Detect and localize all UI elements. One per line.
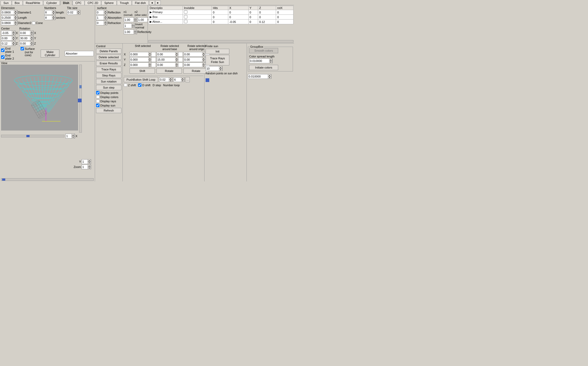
step-rays-btn[interactable]: Step Rays (96, 73, 121, 78)
cone-checkbox[interactable] (32, 21, 35, 25)
shift-z-input[interactable] (130, 63, 148, 67)
center-y-input[interactable] (1, 36, 12, 40)
delete-selected-btn[interactable]: Delete selected (96, 55, 121, 60)
x-scroll-up[interactable]: ▲ (72, 134, 75, 136)
shift-btn[interactable]: Shift (130, 68, 155, 74)
tab-dish[interactable]: Dish (60, 1, 72, 5)
rotation-z-input[interactable] (20, 41, 30, 46)
rotate-base-z-input[interactable] (157, 63, 175, 67)
y-down[interactable]: ▼ (88, 162, 91, 164)
rotate-base-y-input[interactable] (157, 57, 175, 62)
random-points-spinner[interactable]: ▲ ▼ (206, 66, 222, 71)
tab-next-btn[interactable]: ► (155, 1, 161, 5)
zoom-input[interactable] (82, 165, 88, 169)
rotation-x-up[interactable]: ▲ (30, 31, 33, 33)
smooth-colors-btn[interactable]: Smooth colors (249, 48, 278, 53)
diameter1-spinner[interactable]: ▲ ▼ (1, 10, 17, 15)
sectors-spinner[interactable]: ▲ ▼ (44, 15, 55, 20)
trace-rays-finite-sun-btn[interactable]: Trace Rays Finite Sun (206, 55, 229, 65)
loop-val1-input[interactable] (159, 78, 169, 82)
loop-val2-up[interactable]: ▲ (181, 77, 184, 80)
rotate-base-y-down[interactable]: ▼ (175, 60, 178, 62)
loop-value-spinner[interactable]: ▲ ▼ (248, 74, 271, 79)
rotate-base-z-spinner[interactable]: ▲ ▼ (157, 62, 183, 67)
display-colors-checkbox[interactable] (96, 95, 99, 99)
left-hscroll[interactable] (1, 178, 94, 181)
diameter2-down[interactable]: ▼ (14, 23, 17, 25)
rotate-base-btn[interactable]: Rotate (157, 68, 182, 74)
rotate-base-y-up[interactable]: ▲ (175, 57, 178, 60)
rotation-x-input[interactable] (20, 31, 30, 35)
length-spinner[interactable]: ▲ ▼ (1, 15, 17, 20)
diameter1-down[interactable]: ▼ (14, 12, 17, 15)
length-up[interactable]: ▲ (14, 15, 17, 18)
tab-sphere[interactable]: Sphere (101, 1, 116, 5)
shift-z-down[interactable]: ▼ (148, 65, 151, 67)
loop-val1-down[interactable]: ▼ (169, 80, 172, 82)
finite-sun-init-btn[interactable]: Init (206, 49, 229, 54)
random-points-up[interactable]: ▲ (219, 66, 222, 69)
rotate-origo-x-input[interactable] (184, 52, 202, 56)
rotate-base-z-up[interactable]: ▲ (175, 62, 178, 65)
loop-value-input[interactable] (248, 74, 268, 79)
invert-normal-down[interactable]: ▼ (131, 26, 135, 28)
d-shift-checkbox[interactable] (138, 83, 141, 87)
center-y-spinner[interactable]: ▲ ▼ (1, 36, 15, 41)
refraction-down[interactable]: ▼ (104, 23, 107, 25)
refresh-btn[interactable]: Refresh (96, 108, 121, 113)
left-hscroll-thumb[interactable] (2, 179, 5, 181)
tile-size-input[interactable] (67, 10, 77, 15)
length-num-down[interactable]: ▼ (52, 12, 55, 15)
view-vscroll-thumb[interactable] (79, 85, 82, 88)
table-row[interactable]: ▶ Box 0 0 0 0 0 (149, 15, 293, 20)
display-sun-checkbox[interactable] (96, 104, 99, 107)
zoom-down[interactable]: ▼ (88, 167, 91, 169)
x-scroll-down[interactable]: ▼ (72, 136, 75, 138)
y-spinner[interactable]: ▲ ▼ (82, 159, 91, 164)
rotation-y-input[interactable] (20, 36, 30, 40)
loop-val2-down[interactable]: ▼ (181, 80, 184, 82)
center-y-up[interactable]: ▲ (12, 36, 15, 38)
table-row[interactable]: ▶ Absor... 0 -0.05 0 0.12 0 (149, 20, 293, 24)
rotation-x-spinner[interactable]: ▲ ▼ (19, 31, 34, 35)
color-spread-spinner[interactable]: ▲ ▼ (249, 59, 273, 63)
sun-step-btn[interactable]: Sun step (96, 85, 121, 90)
reflection-down[interactable]: ▼ (104, 12, 107, 15)
invert-normal-spinner[interactable]: ▲ ▼ (124, 23, 135, 28)
pushbutton-shift-loop-btn[interactable]: PushButton Shift Loop (124, 77, 158, 82)
loop-value-up[interactable]: ▲ (268, 74, 271, 76)
tile-size-up[interactable]: ▲ (77, 10, 80, 12)
x-scroll-input[interactable] (66, 134, 72, 138)
shift-y-input[interactable] (130, 57, 148, 62)
diameter2-up[interactable]: ▲ (14, 21, 17, 23)
view-hscroll-thumb[interactable] (26, 135, 30, 137)
length-num-up[interactable]: ▲ (52, 10, 55, 12)
endplate2-checkbox[interactable] (1, 55, 4, 59)
shift-y-spinner[interactable]: ▲ ▼ (130, 57, 156, 62)
row-invisible[interactable] (183, 20, 212, 24)
table-row[interactable]: ▶ Primary 0 0 0 0 0 (149, 10, 293, 15)
center-y-down[interactable]: ▼ (12, 38, 15, 41)
length-input[interactable] (1, 16, 14, 20)
reflectivity-up[interactable]: ▲ (134, 30, 137, 32)
color-spread-up[interactable]: ▲ (269, 59, 272, 61)
y-input[interactable] (82, 160, 88, 164)
absorption-input[interactable] (96, 16, 104, 20)
reflectivity-down[interactable]: ▼ (134, 32, 137, 34)
absorption-up[interactable]: ▲ (104, 15, 107, 18)
rotation-y-down[interactable]: ▼ (30, 38, 33, 41)
shift-x-spinner[interactable]: ▲ ▼ (130, 52, 156, 57)
reflectivity-input[interactable] (124, 30, 134, 34)
center-z-down[interactable]: ▼ (12, 44, 15, 46)
sectors-input[interactable] (45, 16, 52, 20)
tab-readwrite[interactable]: Read/Write (23, 1, 43, 5)
rotate-base-x-down[interactable]: ▼ (175, 54, 178, 57)
loop-extra-btn[interactable]: … (186, 77, 190, 82)
surface-checkbox[interactable] (21, 47, 24, 50)
tab-flatdish[interactable]: Flat dish (132, 1, 149, 5)
color-spread-input[interactable] (249, 59, 269, 63)
refraction-spinner[interactable]: ▲ ▼ (96, 21, 107, 25)
rotate-base-x-spinner[interactable]: ▲ ▼ (157, 52, 183, 57)
z-shift-checkbox[interactable] (124, 83, 127, 87)
rotate-origo-y-input[interactable] (184, 57, 202, 62)
